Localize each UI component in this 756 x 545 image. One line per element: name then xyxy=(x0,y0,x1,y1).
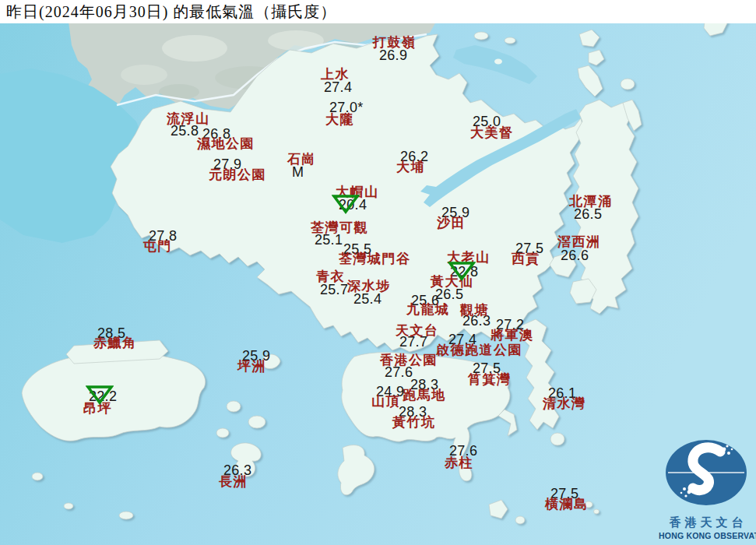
hko-logo-english-name: HONG KONG OBSERVATORY xyxy=(659,531,754,540)
hko-min-temp-map-page: 昨日(2024年06月30日) 的最低氣溫（攝氏度） 26.9打鼓嶺27.4上水… xyxy=(0,0,756,545)
hko-logo: 香港天文台 HONG KONG OBSERVATORY xyxy=(659,436,754,540)
hong-kong-map xyxy=(0,0,756,545)
title-bar: 昨日(2024年06月30日) 的最低氣溫（攝氏度） xyxy=(0,0,756,23)
page-title: 昨日(2024年06月30日) 的最低氣溫（攝氏度） xyxy=(0,2,336,23)
hko-logo-icon xyxy=(663,436,750,511)
hko-logo-chinese-name: 香港天文台 xyxy=(659,515,754,530)
